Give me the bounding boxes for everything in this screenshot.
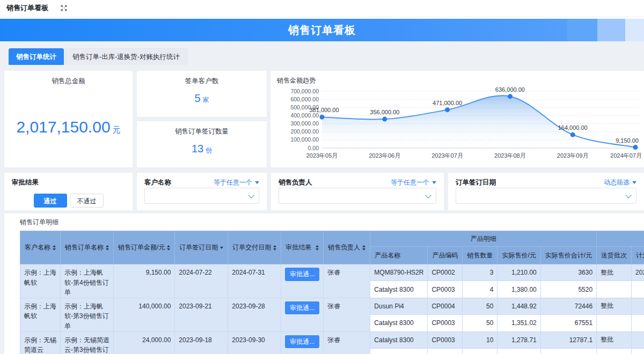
svg-text:2023年07月: 2023年07月 (431, 152, 463, 159)
chart-point[interactable] (445, 107, 450, 112)
operator-dropdown[interactable]: 动态筛选 (604, 178, 636, 187)
kpi-value: 5家 (137, 92, 267, 105)
svg-text:300,000.00: 300,000.00 (290, 120, 319, 127)
column-subheader: 实际售价/元 (497, 247, 540, 264)
column-header[interactable]: 销售负责人 (324, 231, 370, 264)
cell-order-name: 示例：上海帆软-第4份销售订单 (61, 264, 114, 298)
cell-price-total: 3630 (540, 264, 596, 281)
cell-product-name: MQM8790-HS2R (370, 348, 428, 354)
chart-point[interactable] (382, 117, 387, 122)
sort-icon (273, 245, 276, 250)
svg-text:200,000.00: 200,000.00 (290, 128, 319, 135)
operator-dropdown[interactable]: 等于任意一个 (214, 178, 259, 187)
cell-owner: 张睿 (324, 331, 370, 354)
cell-delivery-batch (597, 315, 632, 331)
cell-qty: 50 (463, 298, 497, 314)
svg-text:2024年07月: 2024年07月 (610, 152, 642, 159)
cell-product-code: CP0004 (428, 298, 463, 314)
sort-icon (316, 245, 319, 250)
svg-text:2023年08月: 2023年08月 (494, 152, 526, 159)
chart-point-label: 381,000.00 (309, 107, 339, 113)
page-title: 销售订单看板 (6, 3, 48, 13)
filter-customer-name: 客户名称 等于任意一个 (137, 173, 267, 210)
table-row: 示例：上海帆软示例：上海帆软-第3份销售订单140,000.002023-09-… (20, 298, 644, 314)
caret-down-icon (255, 181, 259, 184)
cell-product-name: Catalyst 8300 (370, 331, 428, 348)
filter-sales-owner: 销售负责人 等于任意一个 (271, 173, 444, 210)
column-group-header: 送货计划 (597, 231, 644, 247)
trend-chart-card: 销售金额趋势 0.00100,000.00200,000.00300,000.0… (270, 71, 644, 167)
kpi-label: 签单客户数 (137, 71, 267, 86)
column-header[interactable]: 销售订单名称 (61, 231, 114, 264)
trend-chart: 0.00100,000.00200,000.00300,000.00400,00… (273, 85, 642, 165)
cell-plan-date (632, 298, 644, 314)
owner-select[interactable] (279, 188, 436, 204)
cell-price-total: 72446 (540, 298, 596, 314)
table-row: 示例：无锡简道云示例：无锡简道云-第3份销售订单24,000.002023-09… (20, 331, 644, 348)
approval-fail-button[interactable]: 不通过 (70, 194, 104, 208)
sign-date-select[interactable] (456, 188, 636, 204)
filter-approval-result: 审批结果 通过 不通过 (4, 173, 133, 210)
chart-point[interactable] (508, 94, 513, 99)
cell-amount: 140,000.00 (114, 298, 175, 331)
column-header[interactable]: 订单签订日期 (175, 231, 228, 264)
cell-plan-date (632, 281, 644, 298)
cell-price: 1,351.02 (497, 315, 540, 331)
cell-price: 1,121.19 (497, 348, 540, 354)
svg-text:100,000.00: 100,000.00 (290, 136, 319, 143)
cell-price: 1,448.92 (497, 298, 540, 314)
banner-stripe (597, 19, 625, 41)
sort-icon (53, 245, 56, 250)
approval-status-button[interactable]: 审批通... (285, 268, 319, 281)
cell-order-name: 示例：上海帆软-第3份销售订单 (61, 298, 114, 331)
kpi-value: 2,017,150.00元 (4, 118, 133, 136)
cell-approval: 审批通... (281, 331, 324, 354)
cell-sign-date: 2023-09-21 (175, 298, 228, 331)
approval-status-button[interactable]: 审批通... (285, 301, 319, 315)
cell-product-name: Catalyst 8300 (370, 315, 428, 331)
cell-plan-date: 2024-07-31 (632, 264, 644, 281)
cell-qty: 10 (463, 331, 497, 348)
column-header[interactable]: 审批结果 (281, 231, 324, 264)
table-row: 示例：上海帆软示例：上海帆软-第4份销售订单9,150.002024-07-22… (20, 264, 644, 281)
sort-desc-icon (220, 247, 223, 249)
cell-product-code: CP0003 (428, 315, 463, 331)
svg-text:2023年05月: 2023年05月 (306, 152, 338, 159)
tab-outbound-return-stats[interactable]: 销售订单-出库-退换货-对账执行统计 (65, 48, 187, 65)
column-header[interactable]: 客户名称 (20, 231, 61, 264)
fullscreen-icon[interactable] (60, 4, 68, 12)
column-group-header: 产品明细 (370, 231, 597, 247)
tab-sales-order-stats[interactable]: 销售订单统计 (9, 48, 64, 65)
column-header[interactable]: 订单交付日期 (228, 231, 281, 264)
filter-label: 审批结果 (12, 178, 39, 187)
approval-pass-button[interactable]: 通过 (34, 194, 67, 208)
cell-sign-date: 2023-09-18 (175, 331, 228, 354)
column-subheader: 产品编码 (428, 247, 463, 264)
tab-bar: 销售订单统计 销售订单-出库-退换货-对账执行统计 (9, 48, 187, 65)
cell-product-name: MQM8790-HS2R (370, 264, 428, 281)
customer-select[interactable] (144, 188, 259, 204)
chart-point[interactable] (320, 115, 325, 120)
cell-sign-date: 2024-07-22 (175, 264, 228, 298)
approval-status-button[interactable]: 审批通... (285, 335, 319, 349)
kpi-unit: 份 (206, 146, 212, 154)
chevron-down-icon (425, 192, 431, 198)
svg-text:0.00: 0.00 (308, 145, 319, 151)
svg-text:2023年09月: 2023年09月 (557, 152, 589, 159)
sort-icon (106, 245, 109, 250)
svg-text:700,000.00: 700,000.00 (290, 88, 319, 94)
cell-delivery-batch (597, 281, 632, 298)
filter-label: 订单签订日期 (456, 178, 496, 187)
svg-text:600,000.00: 600,000.00 (290, 96, 319, 102)
operator-dropdown[interactable]: 等于任意一个 (391, 178, 436, 187)
column-subheader: 销售数量 (463, 247, 497, 264)
cell-delivery-batch: 整批 (597, 264, 632, 281)
chart-point[interactable] (633, 145, 638, 150)
cell-price-total: 11211.9 (540, 348, 596, 354)
chart-point[interactable] (570, 132, 575, 137)
svg-text:2023年06月: 2023年06月 (369, 152, 400, 159)
cell-price-total: 5520 (540, 281, 596, 298)
cell-price-total: 12787.1 (540, 331, 596, 348)
caret-down-icon (632, 181, 636, 184)
column-header[interactable]: 销售订单金额/元 (114, 231, 175, 264)
